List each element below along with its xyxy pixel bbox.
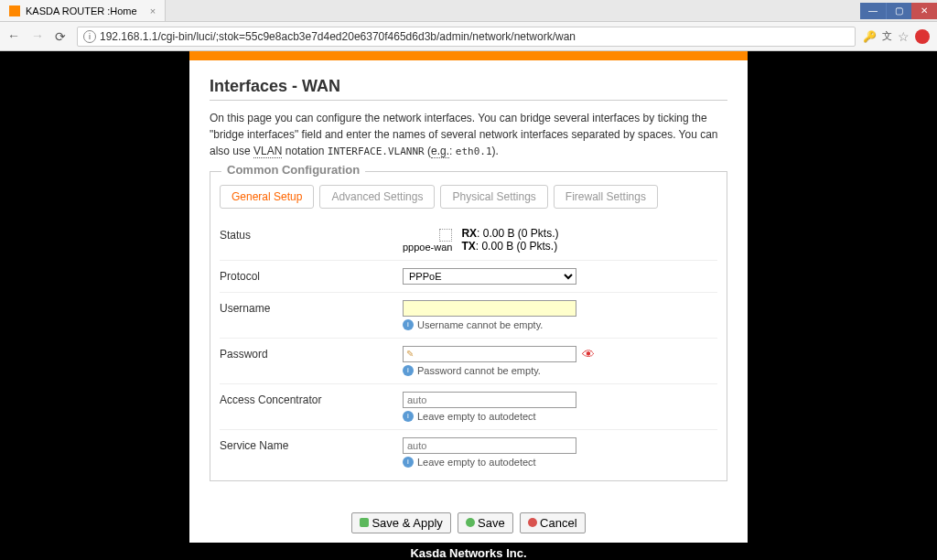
protocol-row: Protocol PPPoE xyxy=(220,260,717,292)
action-buttons: Save & Apply Save Cancel xyxy=(210,512,727,533)
save-apply-icon xyxy=(360,518,369,527)
protocol-select[interactable]: PPPoE xyxy=(403,268,576,285)
tab-firewall-settings[interactable]: Firewall Settings xyxy=(554,185,658,209)
translate-icon[interactable]: 文 xyxy=(882,29,892,43)
url-text: 192.168.1.1/cgi-bin/luci/;stok=55c9e8acb… xyxy=(100,30,576,43)
password-input[interactable] xyxy=(403,346,576,362)
page-title: Interfaces - WAN xyxy=(210,77,727,96)
info-icon: i xyxy=(403,319,414,330)
window-maximize-icon[interactable]: ▢ xyxy=(886,3,911,19)
protocol-label: Protocol xyxy=(220,268,403,285)
common-config-fieldset: Common Configuration General Setup Advan… xyxy=(210,171,727,481)
back-icon[interactable]: ← xyxy=(7,28,24,45)
info-icon: i xyxy=(403,365,414,376)
top-nav-bar xyxy=(189,51,748,60)
browser-extensions: 🔑 文 ☆ xyxy=(863,29,930,44)
bookmark-star-icon[interactable]: ☆ xyxy=(898,29,910,44)
username-input[interactable] xyxy=(403,300,576,317)
tab-general-setup[interactable]: General Setup xyxy=(220,185,314,209)
info-icon: i xyxy=(403,411,414,422)
key-icon[interactable]: 🔑 xyxy=(863,30,877,43)
config-body: Status pppoe-wan RX: 0.00 B (0 Pkts.) TX… xyxy=(210,220,727,475)
username-label: Username xyxy=(220,300,403,330)
viewport: Interfaces - WAN On this page you can co… xyxy=(0,51,937,560)
access-concentrator-label: Access Concentrator xyxy=(220,392,403,422)
proto-name: pppoe-wan xyxy=(403,242,452,253)
extension-icon[interactable] xyxy=(915,29,930,44)
forward-icon[interactable]: → xyxy=(31,28,48,45)
info-icon: i xyxy=(403,457,414,468)
vlan-link[interactable]: VLAN xyxy=(253,145,282,158)
tab-close-icon[interactable]: × xyxy=(150,5,156,16)
main-content: Interfaces - WAN On this page you can co… xyxy=(189,60,748,543)
window-close-icon[interactable]: ✕ xyxy=(911,3,937,19)
password-label: Password xyxy=(220,346,403,376)
site-info-icon[interactable]: i xyxy=(83,30,96,43)
access-concentrator-row: Access Concentrator i Leave empty to aut… xyxy=(220,383,717,429)
interface-icon xyxy=(439,229,452,242)
access-concentrator-hint: i Leave empty to autodetect xyxy=(403,411,717,422)
tab-advanced-settings[interactable]: Advanced Settings xyxy=(319,185,435,209)
show-password-icon[interactable]: 👁 xyxy=(582,347,595,361)
browser-tab-bar: KASDA ROUTER :Home × — ▢ ✕ xyxy=(0,0,937,22)
window-controls: — ▢ ✕ xyxy=(860,3,937,19)
tab-favicon-icon xyxy=(9,5,20,16)
browser-tab[interactable]: KASDA ROUTER :Home × xyxy=(0,0,166,21)
access-concentrator-input[interactable] xyxy=(403,392,576,408)
username-row: Username i Username cannot be empty. xyxy=(220,292,717,338)
save-button[interactable]: Save xyxy=(458,512,513,533)
pencil-icon: ✎ xyxy=(406,349,414,359)
tab-physical-settings[interactable]: Physical Settings xyxy=(440,185,547,209)
status-label: Status xyxy=(220,227,403,253)
status-row: Status pppoe-wan RX: 0.00 B (0 Pkts.) TX… xyxy=(220,220,717,260)
title-divider xyxy=(210,100,727,101)
service-name-row: Service Name i Leave empty to autodetect xyxy=(220,429,717,475)
footer: Kasda Networks Inc. xyxy=(0,543,937,561)
tab-title: KASDA ROUTER :Home xyxy=(26,5,137,16)
window-minimize-icon[interactable]: — xyxy=(860,3,886,19)
fieldset-legend: Common Configuration xyxy=(221,163,365,177)
service-name-hint: i Leave empty to autodetect xyxy=(403,457,717,468)
config-tabs: General Setup Advanced Settings Physical… xyxy=(210,185,727,209)
password-row: Password ✎ 👁 i Password cannot be empty. xyxy=(220,338,717,383)
save-apply-button[interactable]: Save & Apply xyxy=(351,512,450,533)
save-icon xyxy=(466,518,475,527)
status-box: pppoe-wan RX: 0.00 B (0 Pkts.) TX: 0.00 … xyxy=(403,227,717,253)
cancel-button[interactable]: Cancel xyxy=(520,512,585,533)
service-name-label: Service Name xyxy=(220,437,403,468)
password-hint: i Password cannot be empty. xyxy=(403,365,717,376)
page-description: On this page you can configure the netwo… xyxy=(210,110,727,160)
browser-nav-bar: ← → ⟳ i 192.168.1.1/cgi-bin/luci/;stok=5… xyxy=(0,22,937,51)
status-text: RX: 0.00 B (0 Pkts.) TX: 0.00 B (0 Pkts.… xyxy=(461,227,558,253)
service-name-input[interactable] xyxy=(403,437,576,454)
cancel-icon xyxy=(528,518,537,527)
reload-icon[interactable]: ⟳ xyxy=(55,29,70,44)
address-bar[interactable]: i 192.168.1.1/cgi-bin/luci/;stok=55c9e8a… xyxy=(77,27,856,47)
username-hint: i Username cannot be empty. xyxy=(403,319,717,330)
